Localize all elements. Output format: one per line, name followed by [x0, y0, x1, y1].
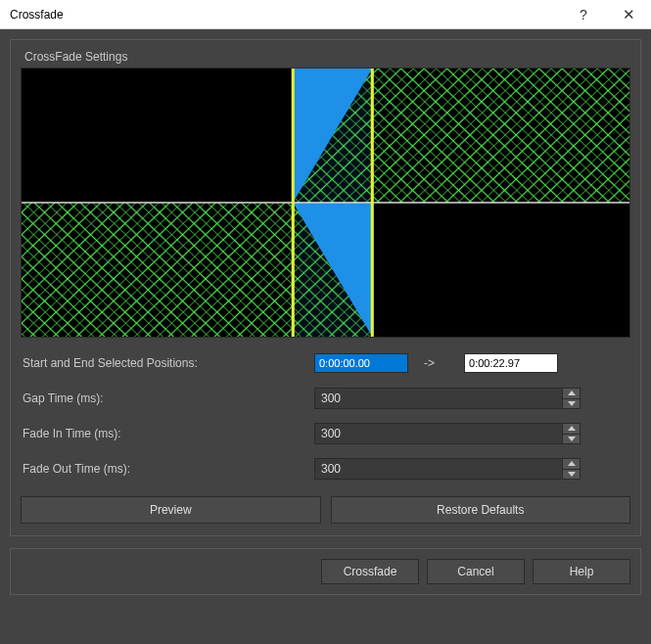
- svg-marker-24: [568, 461, 576, 466]
- fade-out-up-icon[interactable]: [563, 459, 580, 470]
- help-icon[interactable]: ?: [561, 0, 606, 29]
- bottom-button-bar: Crossfade Cancel Help: [10, 548, 641, 595]
- window-title: Crossfade: [10, 8, 561, 22]
- crossfade-visualization: [21, 68, 630, 338]
- fade-in-up-icon[interactable]: [563, 424, 580, 435]
- positions-row: Start and End Selected Positions: 0:00:0…: [21, 349, 630, 377]
- fade-out-down-icon[interactable]: [563, 470, 580, 480]
- action-row: Preview Restore Defaults: [21, 496, 630, 524]
- end-position-field[interactable]: 0:00:22.97: [464, 353, 558, 373]
- positions-label: Start and End Selected Positions:: [21, 356, 314, 370]
- preview-button[interactable]: Preview: [21, 496, 321, 524]
- crossfade-button[interactable]: Crossfade: [321, 559, 419, 584]
- fade-in-input[interactable]: 300: [314, 423, 563, 444]
- restore-defaults-button[interactable]: Restore Defaults: [331, 496, 631, 524]
- fade-out-spinner: 300: [314, 458, 581, 480]
- crossfade-settings-group: CrossFade Settings: [10, 39, 641, 536]
- start-position-field[interactable]: 0:00:00.00: [314, 353, 408, 373]
- svg-rect-13: [22, 203, 293, 337]
- cancel-button[interactable]: Cancel: [427, 559, 525, 584]
- gap-time-row: Gap Time (ms): 300: [21, 385, 630, 412]
- fade-out-label: Fade Out Time (ms):: [21, 462, 314, 476]
- gap-time-spinner: 300: [314, 388, 581, 409]
- arrow-separator: ->: [408, 356, 464, 370]
- fade-in-row: Fade In Time (ms): 300: [21, 420, 630, 447]
- svg-marker-20: [568, 391, 576, 395]
- gap-time-down-icon[interactable]: [563, 399, 580, 409]
- dialog-body: CrossFade Settings: [0, 29, 651, 644]
- gap-time-label: Gap Time (ms):: [21, 391, 314, 405]
- titlebar: Crossfade ? ✕: [0, 0, 651, 29]
- close-icon[interactable]: ✕: [606, 0, 651, 29]
- fade-out-row: Fade Out Time (ms): 300: [21, 455, 630, 483]
- fade-in-label: Fade In Time (ms):: [21, 427, 314, 440]
- help-button[interactable]: Help: [533, 559, 630, 584]
- svg-rect-8: [372, 69, 629, 203]
- svg-marker-25: [568, 472, 576, 477]
- svg-marker-22: [568, 426, 576, 431]
- fade-in-spinner: 300: [314, 423, 581, 444]
- gap-time-input[interactable]: 300: [314, 388, 563, 409]
- fade-in-down-icon[interactable]: [563, 435, 580, 444]
- fade-out-input[interactable]: 300: [314, 458, 563, 480]
- svg-marker-21: [568, 401, 576, 406]
- fieldset-legend: CrossFade Settings: [21, 50, 131, 64]
- gap-time-up-icon[interactable]: [563, 389, 580, 399]
- svg-marker-23: [568, 437, 576, 441]
